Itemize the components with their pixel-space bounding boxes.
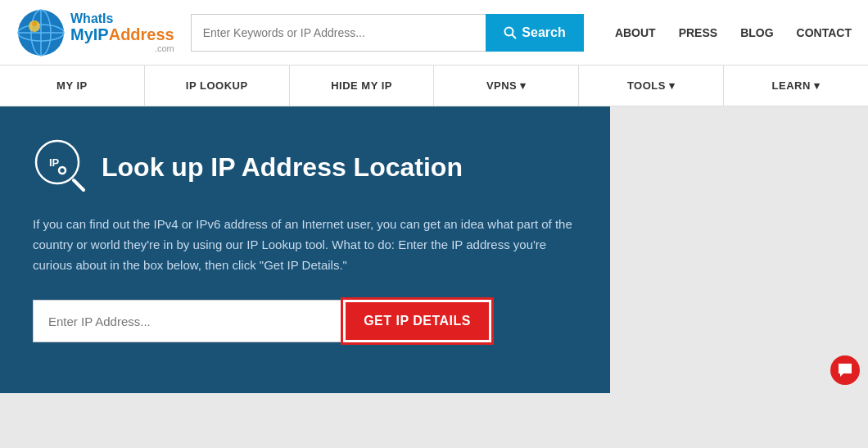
logo-address: Address	[109, 25, 174, 43]
search-icon	[504, 26, 517, 39]
search-button[interactable]: Search	[486, 14, 583, 52]
svg-line-11	[74, 180, 84, 190]
ip-lookup-icon: IP	[33, 139, 88, 195]
svg-text:IP: IP	[49, 156, 60, 169]
logo-globe-icon	[16, 8, 66, 57]
svg-point-6	[32, 21, 37, 26]
side-panel	[610, 106, 868, 393]
chat-bubble-icon	[837, 362, 853, 378]
nav-press[interactable]: PRESS	[679, 26, 717, 39]
nav-about[interactable]: ABOUT	[615, 26, 656, 39]
logo-whatis: WhatIs	[70, 11, 174, 26]
get-ip-details-button[interactable]: GET IP DETAILS	[343, 300, 491, 342]
search-bar: Search	[191, 14, 584, 52]
svg-point-7	[505, 27, 513, 35]
panel-description: If you can find out the IPv4 or IPv6 add…	[33, 215, 577, 275]
logo-com: .com	[70, 43, 174, 53]
nav-contact[interactable]: CONTACT	[797, 26, 852, 39]
nav-learn[interactable]: LEARN ▾	[724, 66, 868, 106]
panel-header: IP Look up IP Address Location	[33, 139, 577, 195]
main-nav: MY IP IP LOOKUP HIDE MY IP VPNS ▾ TOOLS …	[0, 66, 868, 106]
logo-text: WhatIs MyIP Address .com	[70, 11, 174, 54]
svg-point-12	[59, 167, 66, 174]
nav-blog[interactable]: BLOG	[740, 26, 773, 39]
ip-address-input[interactable]	[33, 300, 343, 342]
nav-tools[interactable]: TOOLS ▾	[579, 66, 724, 106]
search-button-label: Search	[522, 25, 565, 40]
ip-input-row: GET IP DETAILS	[33, 300, 491, 342]
header-nav: ABOUT PRESS BLOG CONTACT	[615, 26, 852, 39]
panel-title: Look up IP Address Location	[102, 152, 463, 183]
logo[interactable]: WhatIs MyIP Address .com	[16, 8, 174, 57]
search-input[interactable]	[191, 14, 486, 52]
svg-line-8	[513, 34, 517, 38]
nav-ip-lookup[interactable]: IP LOOKUP	[145, 66, 290, 106]
nav-vpns[interactable]: VPNS ▾	[434, 66, 579, 106]
site-header: WhatIs MyIP Address .com Search ABOUT PR…	[0, 0, 868, 66]
content-panel: IP Look up IP Address Location If you ca…	[0, 106, 610, 393]
nav-hide-my-ip[interactable]: HIDE MY IP	[290, 66, 435, 106]
logo-myip: MyIP	[70, 25, 109, 43]
main-content: IP Look up IP Address Location If you ca…	[0, 106, 868, 393]
nav-my-ip[interactable]: MY IP	[0, 66, 145, 106]
chat-icon[interactable]	[830, 355, 860, 385]
